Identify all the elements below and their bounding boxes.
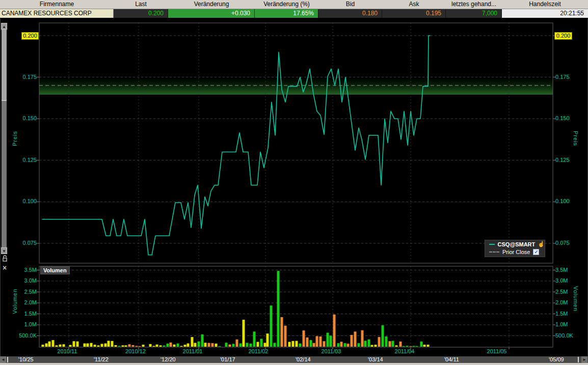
range-handle-right[interactable]	[578, 357, 579, 362]
volume-bar	[73, 341, 75, 347]
volume-bar	[385, 336, 388, 347]
volume-bar	[139, 346, 141, 347]
scroll-left-button[interactable]: ◄	[0, 356, 6, 363]
volume-bar	[310, 340, 312, 347]
volume-tick-label-right: 500.0K	[555, 333, 573, 339]
chart-zoom-up-button[interactable]: ▲	[1, 23, 7, 30]
volume-bar	[347, 344, 350, 347]
volume-bar	[191, 337, 194, 347]
volume-bar	[243, 320, 245, 347]
volume-bar	[90, 343, 93, 347]
volume-bar	[354, 331, 357, 347]
volume-bar	[136, 346, 138, 347]
volume-bar	[266, 333, 269, 347]
volume-bar	[358, 343, 360, 347]
volume-bar	[371, 345, 373, 347]
volume-bar	[159, 345, 162, 347]
month-label: 2011/04	[389, 348, 420, 354]
volume-bar	[108, 341, 110, 347]
volume-bar	[208, 343, 210, 347]
legend-row-prior-close: Prior Close ✓	[485, 248, 545, 256]
month-label: 2011/05	[482, 348, 512, 354]
chart-zoom-slider-thumb[interactable]	[2, 30, 7, 101]
volume-bar	[170, 343, 172, 347]
trading-chart-window: FirmennameLastVeränderungVeränderung (%)…	[0, 0, 588, 365]
volume-bar	[201, 334, 204, 347]
scrollbar-date-label: '03/14	[368, 356, 383, 363]
chart-zoom-down-button[interactable]: ▼	[1, 247, 7, 254]
range-handle-left[interactable]	[7, 357, 8, 362]
volume-tick-label-right: 3.0M	[555, 278, 568, 284]
volume-bar	[253, 331, 256, 347]
price-pane-border	[39, 23, 553, 263]
volume-bar	[296, 341, 298, 347]
volume-tick-label-right: 1.0M	[555, 322, 568, 327]
volume-axis-title-right: Volumen	[573, 286, 579, 312]
volume-bar	[125, 345, 127, 347]
volume-bar	[327, 333, 329, 347]
volume-bar	[163, 346, 166, 347]
volume-bar	[364, 341, 367, 347]
price-axis-title-left: Preis	[12, 131, 18, 146]
volume-bar	[351, 335, 353, 347]
volume-bar	[42, 345, 44, 347]
volume-bar	[337, 343, 340, 347]
volume-bar	[375, 345, 377, 347]
last-price-tag-left: 0.200	[21, 32, 39, 40]
volume-tick-label-right: 1.5M	[555, 311, 568, 317]
volume-bar	[236, 340, 238, 347]
volume-bar	[84, 344, 86, 347]
volume-bar	[340, 342, 343, 347]
volume-bar	[257, 342, 259, 347]
scrollbar-date-label: '12/20	[161, 356, 176, 363]
volume-bar	[76, 342, 79, 347]
volume-bar	[211, 343, 214, 347]
volume-bar	[292, 341, 295, 347]
volume-bar	[180, 346, 183, 347]
lock-icon[interactable]	[1, 255, 8, 262]
volume-bar	[382, 325, 384, 347]
scrollbar-date-label: '01/17	[220, 356, 235, 363]
volume-bar	[246, 343, 249, 347]
time-scrollbar[interactable]: ◄ ► '10/25'11/22'12/20'01/17'02/14'03/14…	[0, 356, 588, 363]
volume-bar	[403, 346, 405, 347]
volume-bar	[104, 344, 107, 347]
volume-bar	[122, 345, 124, 347]
volume-bar	[410, 346, 412, 347]
volume-bar	[277, 271, 280, 347]
volume-bar	[274, 343, 276, 347]
volume-bar	[416, 346, 418, 347]
volume-bar	[303, 330, 305, 347]
volume-bar	[149, 344, 152, 347]
price-tick-label-left: 0.175	[12, 74, 37, 80]
close-chart-icon[interactable]: ×	[1, 264, 8, 271]
volume-bar	[204, 343, 207, 347]
volume-bar	[316, 336, 318, 347]
volume-bar	[229, 345, 231, 347]
month-label: 2011/03	[316, 348, 346, 354]
volume-bar	[323, 341, 326, 347]
price-tick-label-left: 0.125	[12, 157, 37, 163]
volume-bar	[378, 337, 381, 347]
prior-close-checkbox[interactable]: ✓	[533, 249, 539, 255]
scroll-right-button[interactable]: ►	[581, 356, 587, 363]
volume-bar	[423, 345, 426, 347]
volume-bar	[264, 343, 266, 347]
volume-tick-label-right: 3.5M	[555, 267, 568, 273]
chart-canvas[interactable]	[0, 0, 588, 365]
volume-bar	[52, 340, 55, 347]
volume-tick-label-left: 500.0K	[12, 333, 37, 339]
volume-bar	[187, 344, 190, 347]
volume-bar	[225, 343, 228, 347]
volume-bar	[330, 335, 332, 347]
prior-close-label: Prior Close	[502, 249, 530, 255]
price-tick-label-right: 0.175	[555, 74, 570, 80]
last-price-tag-right: 0.200	[554, 32, 572, 40]
open-padlock-glyph	[2, 255, 8, 262]
volume-bar	[118, 346, 121, 347]
price-axis-title-right: Preis	[573, 131, 579, 146]
drag-hand-icon[interactable]: ☝	[538, 241, 545, 247]
volume-bar	[142, 345, 145, 347]
chart-legend[interactable]: CSQ@SMART ☝ Prior Close ✓	[485, 240, 545, 257]
price-tick-label-left: 0.150	[12, 116, 37, 121]
